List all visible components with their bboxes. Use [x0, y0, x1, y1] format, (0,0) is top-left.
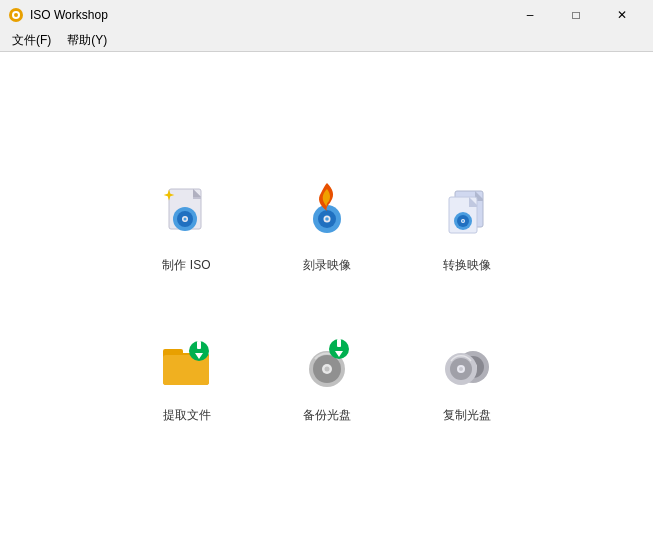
extract-files-label: 提取文件	[163, 407, 211, 424]
convert-image-icon	[435, 181, 499, 245]
svg-point-22	[462, 220, 464, 222]
backup-disc-button[interactable]: 备份光盘	[262, 312, 392, 442]
app-title: ISO Workshop	[30, 8, 507, 22]
main-content: 制作 ISO	[0, 52, 653, 552]
maximize-button[interactable]: □	[553, 0, 599, 30]
menu-bar: 文件(F) 帮助(Y)	[0, 30, 653, 52]
backup-disc-label: 备份光盘	[303, 407, 351, 424]
minimize-button[interactable]: –	[507, 0, 553, 30]
burn-image-button[interactable]: 刻录映像	[262, 162, 392, 292]
title-bar: ISO Workshop – □ ✕	[0, 0, 653, 30]
svg-point-43	[459, 367, 463, 371]
svg-point-9	[183, 217, 186, 220]
svg-point-32	[324, 366, 329, 371]
convert-image-button[interactable]: 转换映像	[402, 162, 532, 292]
burn-image-label: 刻录映像	[303, 257, 351, 274]
svg-point-14	[325, 217, 329, 221]
menu-help[interactable]: 帮助(Y)	[59, 30, 115, 51]
svg-point-2	[14, 13, 18, 17]
make-iso-button[interactable]: 制作 ISO	[122, 162, 252, 292]
svg-rect-35	[337, 339, 341, 347]
make-iso-icon	[155, 181, 219, 245]
icon-grid: 制作 ISO	[102, 142, 552, 462]
copy-disc-label: 复制光盘	[443, 407, 491, 424]
window-controls: – □ ✕	[507, 0, 645, 30]
extract-files-button[interactable]: 提取文件	[122, 312, 252, 442]
copy-disc-button[interactable]: 复制光盘	[402, 312, 532, 442]
svg-rect-28	[197, 341, 201, 349]
menu-file[interactable]: 文件(F)	[4, 30, 59, 51]
backup-disc-icon	[295, 331, 359, 395]
app-icon	[8, 7, 24, 23]
make-iso-label: 制作 ISO	[162, 257, 210, 274]
convert-image-label: 转换映像	[443, 257, 491, 274]
extract-files-icon	[155, 331, 219, 395]
burn-image-icon	[295, 181, 359, 245]
close-button[interactable]: ✕	[599, 0, 645, 30]
copy-disc-icon	[435, 331, 499, 395]
